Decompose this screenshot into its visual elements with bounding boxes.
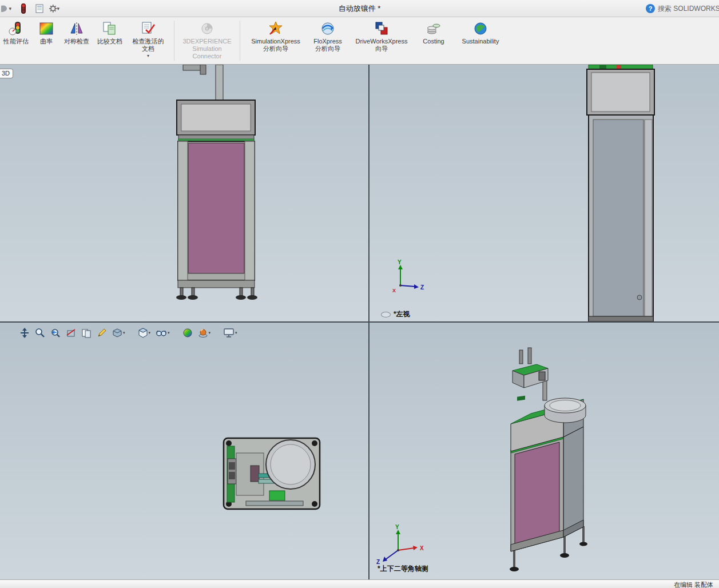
viewport-left-view[interactable]: Y Z X *左视	[370, 65, 719, 321]
zoom-to-fit-button[interactable]	[18, 327, 31, 339]
performance-monitor-icon	[20, 3, 27, 14]
performance-evaluation-label: 性能评估	[3, 38, 29, 45]
view-orientation-button[interactable]: ▾	[137, 327, 152, 339]
previous-view-icon	[50, 328, 61, 338]
check-active-document-button[interactable]: 检查激活的文档 ▾	[129, 19, 167, 59]
curvature-button[interactable]: 曲率	[35, 19, 57, 46]
3dexperience-label: 3DEXPERIENCE Simulation Connector	[182, 38, 232, 61]
view-settings-caret-icon: ▾	[235, 331, 237, 335]
annotation-views-icon	[81, 328, 92, 338]
heads-up-view-toolbar: ▾ ▾ ▾	[18, 327, 239, 339]
display-style-icon	[112, 328, 122, 338]
display-style-caret-icon: ▾	[123, 331, 125, 335]
tab-3d[interactable]: 3D	[0, 69, 13, 78]
isometric-triad: Y X Z	[375, 524, 430, 565]
search-label: 搜索 SOLIDWORKS	[658, 4, 719, 14]
driveworksxpress-label: DriveWorksXpress 向导	[352, 38, 411, 53]
options-caret-icon: ▾	[57, 6, 62, 11]
axis-y-label: Y	[395, 524, 399, 530]
app-menu-caret-icon: ▾	[9, 6, 14, 11]
axis-y-label: Y	[398, 259, 402, 265]
sustainability-label: Sustainability	[462, 38, 499, 45]
view-name-left-text: *左视	[394, 309, 410, 319]
driveworksxpress-icon	[374, 21, 389, 37]
zoom-to-area-button[interactable]	[34, 327, 46, 339]
floxpress-button[interactable]: FloXpress 分析向导	[310, 19, 345, 54]
window-title: 自动放镶件 *	[0, 3, 719, 14]
simulationxpress-icon	[268, 21, 283, 37]
view-settings-button[interactable]: ▾	[222, 327, 239, 339]
ribbon-separator	[240, 21, 240, 61]
view-name-left: *左视	[381, 309, 410, 319]
apply-scene-caret-icon: ▾	[209, 331, 211, 335]
sustainability-button[interactable]: Sustainability	[455, 19, 506, 46]
hide-show-caret-icon: ▾	[168, 331, 170, 335]
viewport-top-view[interactable]	[0, 323, 368, 579]
left-view-triad: Y Z X	[378, 258, 429, 298]
pencil-icon	[97, 328, 107, 338]
viewport-front-view[interactable]	[0, 65, 368, 321]
edit-appearance-ball-icon	[182, 328, 193, 338]
3dexperience-icon	[200, 21, 214, 37]
origin-icon	[381, 312, 391, 317]
ribbon-separator	[174, 21, 174, 61]
costing-button[interactable]: Costing	[418, 19, 450, 46]
check-active-document-label: 检查激活的文档	[130, 38, 166, 53]
section-view-button[interactable]	[65, 327, 77, 339]
performance-monitor-button[interactable]	[17, 2, 30, 15]
solidworks-window: ▾	[0, 0, 719, 588]
simulationxpress-button[interactable]: SimulationXpress 分析向导	[247, 19, 304, 54]
display-style-button[interactable]: ▾	[111, 327, 126, 339]
search-box[interactable]: ? 搜索 SOLIDWORKS	[642, 0, 719, 17]
symmetry-check-label: 对称检查	[64, 38, 89, 45]
hide-show-items-button[interactable]: ▾	[154, 327, 171, 339]
view-name-isometric: *上下二等角轴测	[378, 564, 428, 574]
floxpress-label: FloXpress 分析向导	[311, 38, 344, 53]
gear-icon	[49, 4, 57, 13]
3dexperience-simulation-connector-button: 3DEXPERIENCE Simulation Connector	[181, 19, 233, 62]
axis-z-label: Z	[420, 284, 424, 291]
compare-documents-button[interactable]: 比较文档	[96, 19, 124, 46]
axis-x-label: X	[420, 545, 424, 551]
view-orientation-cube-icon	[138, 328, 148, 338]
document-properties-button[interactable]	[33, 2, 46, 15]
options-button[interactable]: ▾	[49, 2, 62, 15]
performance-evaluation-button[interactable]: 性能评估	[2, 19, 30, 46]
previous-view-button[interactable]	[49, 327, 62, 339]
view-name-isometric-text: *上下二等角轴测	[378, 564, 428, 574]
viewport-isometric-view[interactable]: Y X Z *上下二等角轴测	[370, 323, 719, 579]
document-list-icon	[35, 4, 44, 13]
viewport-horizontal-divider[interactable]	[0, 321, 719, 323]
curvature-label: 曲率	[40, 38, 53, 45]
check-active-document-caret-icon: ▾	[147, 54, 149, 58]
sketch-toggle-button[interactable]	[96, 327, 108, 339]
status-editing-text: 在编辑 装配体	[674, 581, 713, 588]
hide-show-glasses-icon	[156, 328, 167, 338]
simulationxpress-label: SimulationXpress 分析向导	[248, 38, 303, 53]
dynamic-annotation-views-button[interactable]	[80, 327, 93, 339]
apply-scene-button[interactable]: ▾	[197, 327, 212, 339]
symmetry-check-button[interactable]: 对称检查	[63, 19, 90, 46]
floxpress-icon	[320, 21, 335, 37]
performance-evaluation-icon	[9, 21, 23, 37]
graphics-area: 3D	[0, 65, 719, 579]
sustainability-icon	[473, 21, 488, 37]
front-view-machine-drawing[interactable]	[0, 65, 368, 321]
evaluate-ribbon: 性能评估 曲率 对称	[0, 17, 719, 65]
top-view-machine-drawing[interactable]	[0, 323, 368, 579]
zoom-to-area-icon	[35, 328, 45, 338]
section-view-icon	[66, 328, 76, 338]
costing-label: Costing	[423, 38, 444, 45]
driveworksxpress-button[interactable]: DriveWorksXpress 向导	[351, 19, 412, 54]
symmetry-check-icon	[69, 21, 84, 37]
app-menu-button[interactable]: ▾	[1, 2, 14, 15]
compare-documents-icon	[102, 21, 117, 37]
title-bar: ▾	[0, 0, 719, 17]
help-icon[interactable]: ?	[646, 4, 655, 13]
view-orientation-caret-icon: ▾	[149, 331, 151, 335]
compare-documents-label: 比较文档	[97, 38, 122, 45]
edit-appearance-button[interactable]	[181, 327, 194, 339]
costing-icon	[426, 21, 441, 37]
check-active-document-icon	[141, 21, 156, 37]
quick-access-toolbar: ▾	[0, 2, 62, 15]
